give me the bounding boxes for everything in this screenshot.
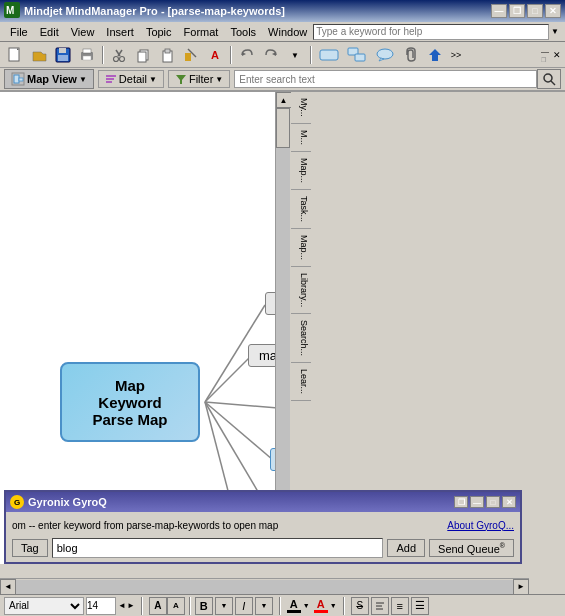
sidebar-tab-map2[interactable]: Map... xyxy=(291,229,311,267)
svg-rect-31 xyxy=(106,75,116,77)
toolbar-expand[interactable]: >> xyxy=(448,50,464,60)
export-button[interactable] xyxy=(424,44,446,66)
svg-marker-34 xyxy=(176,75,186,84)
toolbar-close[interactable]: ✕ xyxy=(553,50,561,60)
keyword-arrow[interactable]: ▼ xyxy=(549,27,561,36)
align-center-button[interactable]: ≡ xyxy=(391,597,409,615)
redo-arrow[interactable]: ▼ xyxy=(284,44,306,66)
menu-insert[interactable]: Insert xyxy=(100,24,140,40)
copy-button[interactable] xyxy=(132,44,154,66)
view-bar: Map View ▼ Detail ▼ Filter ▼ xyxy=(0,68,565,92)
italic-arrow[interactable]: ▼ xyxy=(255,597,273,615)
sidebar-tab-m[interactable]: M... xyxy=(291,124,311,152)
highlight-arrow[interactable]: ▼ xyxy=(330,602,337,609)
paste-button[interactable] xyxy=(156,44,178,66)
attachment-button[interactable] xyxy=(400,44,422,66)
topic-node-defaultmap[interactable]: defaultmap xyxy=(265,292,275,315)
topic-insert-button[interactable] xyxy=(316,44,342,66)
gyroq-add-button[interactable]: Add xyxy=(387,539,425,557)
gyroq-close-button[interactable]: ✕ xyxy=(502,496,516,508)
open-button[interactable] xyxy=(28,44,50,66)
topic-node-mapmap[interactable]: mapmap xyxy=(248,344,275,367)
gyroq-about-link[interactable]: About GyroQ... xyxy=(447,520,514,531)
scroll-right-button[interactable]: ► xyxy=(513,579,529,595)
topic-node-blog[interactable]: blog xyxy=(270,448,275,471)
font-size-up[interactable]: ► xyxy=(127,601,135,610)
format-grow-button[interactable]: A xyxy=(149,597,167,615)
keyword-search-input[interactable] xyxy=(313,24,549,40)
gyroq-tag-button[interactable]: Tag xyxy=(12,539,48,557)
close-button[interactable]: ✕ xyxy=(545,4,561,18)
sidebar-tab-lear[interactable]: Lear... xyxy=(291,363,311,401)
redo-button[interactable] xyxy=(260,44,282,66)
font-selector: Arial ◄ ► xyxy=(4,597,135,615)
menu-edit[interactable]: Edit xyxy=(34,24,65,40)
sidebar-tab-search[interactable]: Search... xyxy=(291,314,311,363)
search-button[interactable] xyxy=(537,69,561,89)
gyroq-send-sup: ® xyxy=(500,542,505,549)
menu-format[interactable]: Format xyxy=(178,24,225,40)
font-button[interactable]: A xyxy=(204,44,226,66)
font-name-select[interactable]: Arial xyxy=(4,597,84,615)
central-line3: Parse Map xyxy=(92,411,167,428)
svg-rect-30 xyxy=(19,78,23,81)
svg-rect-29 xyxy=(14,75,19,83)
new-button[interactable] xyxy=(4,44,26,66)
search-area xyxy=(234,69,561,89)
restore-button[interactable]: ❐ xyxy=(509,4,525,18)
print-button[interactable] xyxy=(76,44,98,66)
bold-button[interactable]: B xyxy=(195,597,213,615)
map-view-selector[interactable]: Map View ▼ xyxy=(4,69,94,89)
status-sep-3 xyxy=(279,597,281,615)
h-scroll-track[interactable] xyxy=(16,580,513,594)
gyroq-command-row: om -- enter keyword from parse-map-keywo… xyxy=(12,516,514,534)
save-button[interactable] xyxy=(52,44,74,66)
detail-label: Detail xyxy=(119,73,147,85)
svg-marker-26 xyxy=(379,58,384,61)
sidebar-tab-map1[interactable]: Map... xyxy=(291,152,311,190)
menu-topic[interactable]: Topic xyxy=(140,24,178,40)
sidebar-tab-library[interactable]: Library... xyxy=(291,267,311,314)
subtopic-button[interactable] xyxy=(344,44,370,66)
font-color-arrow[interactable]: ▼ xyxy=(303,602,310,609)
scroll-up-button[interactable]: ▲ xyxy=(276,92,292,108)
maximize-button[interactable]: □ xyxy=(527,4,543,18)
scroll-track[interactable] xyxy=(276,108,290,548)
filter-selector[interactable]: Filter ▼ xyxy=(168,70,230,88)
horizontal-scrollbar[interactable]: ◄ ► xyxy=(0,578,529,594)
search-input[interactable] xyxy=(234,70,537,88)
scroll-thumb[interactable] xyxy=(276,108,290,148)
italic-button[interactable]: I xyxy=(235,597,253,615)
svg-line-39 xyxy=(205,402,275,408)
gyroq-min-button[interactable]: — xyxy=(470,496,484,508)
minimize-button[interactable]: — xyxy=(491,4,507,18)
format-painter-button[interactable] xyxy=(180,44,202,66)
gyroq-max-button[interactable]: □ xyxy=(486,496,500,508)
menu-file[interactable]: File xyxy=(4,24,34,40)
strikethrough-button[interactable]: S xyxy=(351,597,369,615)
cut-button[interactable] xyxy=(108,44,130,66)
align-left-button[interactable] xyxy=(371,597,389,615)
menu-tools[interactable]: Tools xyxy=(224,24,262,40)
float-toggle[interactable]: —❐ xyxy=(541,47,549,63)
gyroq-keyword-input[interactable] xyxy=(52,538,384,558)
format-shrink-button[interactable]: A xyxy=(167,597,185,615)
font-color-btn[interactable]: A xyxy=(287,598,301,613)
sidebar-tab-task[interactable]: Task... xyxy=(291,190,311,229)
sidebar-tab-my[interactable]: My... xyxy=(291,92,311,124)
menu-view[interactable]: View xyxy=(65,24,101,40)
detail-selector[interactable]: Detail ▼ xyxy=(98,70,164,88)
font-size-input[interactable] xyxy=(86,597,116,615)
gyroq-send-button[interactable]: Send Queue® xyxy=(429,539,514,558)
separator-1 xyxy=(102,46,104,64)
menu-window[interactable]: Window xyxy=(262,24,313,40)
undo-button[interactable] xyxy=(236,44,258,66)
bold-arrow[interactable]: ▼ xyxy=(215,597,233,615)
bullet-button[interactable]: ☰ xyxy=(411,597,429,615)
highlight-btn[interactable]: A xyxy=(314,598,328,613)
font-size-down[interactable]: ◄ xyxy=(118,601,126,610)
gyroq-restore-button[interactable]: ❐ xyxy=(454,496,468,508)
callout-button[interactable] xyxy=(372,44,398,66)
scroll-left-button[interactable]: ◄ xyxy=(0,579,16,595)
central-node[interactable]: Map Keyword Parse Map xyxy=(60,362,200,442)
